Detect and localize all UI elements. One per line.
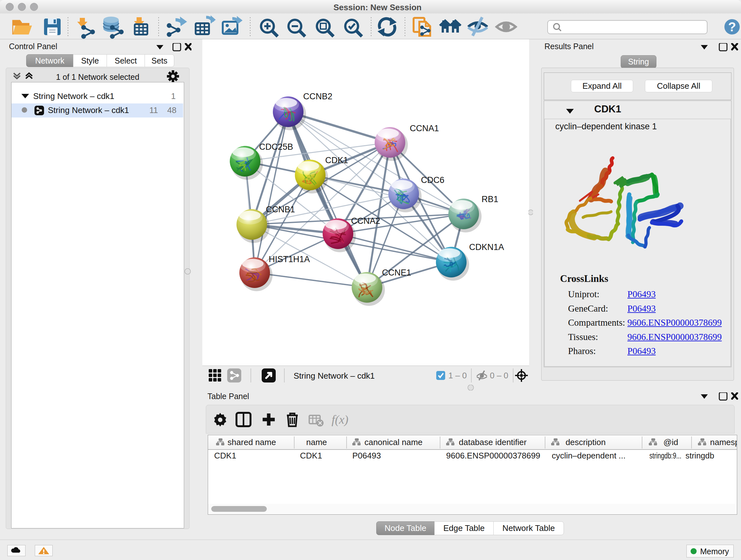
svg-text:P06493: P06493 xyxy=(352,451,381,460)
svg-text:CDK1: CDK1 xyxy=(300,451,322,460)
svg-text:CDC6: CDC6 xyxy=(421,175,445,185)
svg-text:f(x): f(x) xyxy=(332,413,348,427)
svg-text:cyclin–dependent ...: cyclin–dependent ... xyxy=(552,451,625,460)
svg-text:database identifier: database identifier xyxy=(459,437,527,447)
svg-text:?: ? xyxy=(728,20,736,34)
svg-text:9606.ENSP00000378699: 9606.ENSP00000378699 xyxy=(446,451,540,460)
svg-text:String Network – cdk1: String Network – cdk1 xyxy=(293,371,375,381)
svg-text:canonical name: canonical name xyxy=(364,437,422,447)
svg-text:1 – 0: 1 – 0 xyxy=(448,371,467,380)
svg-text:description: description xyxy=(565,437,606,447)
svg-text:name: name xyxy=(306,437,327,447)
svg-text:@id: @id xyxy=(664,437,678,447)
svg-text:CCNB1: CCNB1 xyxy=(266,205,295,214)
svg-text:stringdb:9...: stringdb:9... xyxy=(650,451,681,460)
svg-text:CDK1: CDK1 xyxy=(325,155,348,165)
svg-text:CCNA2: CCNA2 xyxy=(351,216,381,226)
svg-text:CDC25B: CDC25B xyxy=(259,142,293,152)
svg-text:CCNA1: CCNA1 xyxy=(410,124,439,133)
svg-text:CDK1: CDK1 xyxy=(214,451,236,460)
svg-text:0 – 0: 0 – 0 xyxy=(490,371,509,380)
svg-text:stringdb: stringdb xyxy=(685,451,714,460)
svg-text:RB1: RB1 xyxy=(482,194,498,204)
svg-text:HIST1H1A: HIST1H1A xyxy=(269,254,310,264)
svg-text:shared name: shared name xyxy=(227,437,276,447)
svg-text:CCNE1: CCNE1 xyxy=(382,268,411,277)
svg-text:CDKN1A: CDKN1A xyxy=(469,242,504,252)
svg-text:CCNB2: CCNB2 xyxy=(303,91,333,101)
svg-text:namespace: namespace xyxy=(710,437,737,447)
